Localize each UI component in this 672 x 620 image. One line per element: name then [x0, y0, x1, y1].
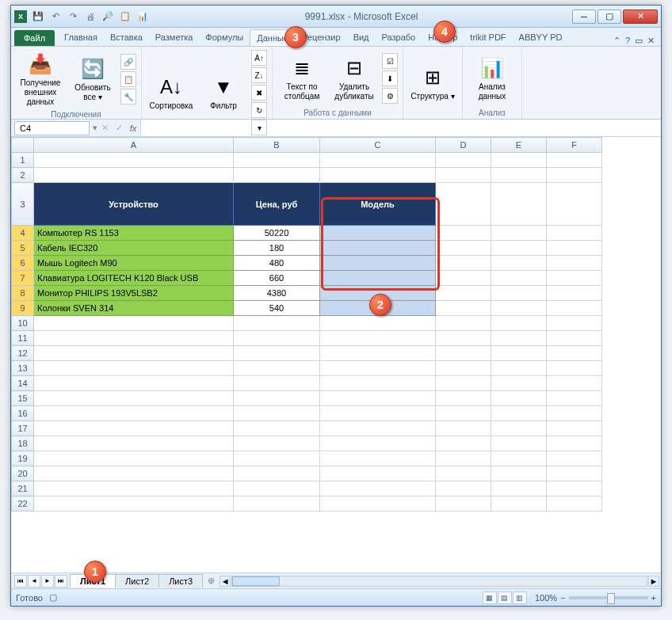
cell-F3[interactable] — [547, 183, 602, 226]
cell-D8[interactable] — [436, 286, 491, 301]
cell-C19[interactable] — [320, 451, 436, 466]
cell-A16[interactable] — [34, 406, 234, 421]
zoom-in-icon[interactable]: + — [651, 593, 656, 603]
cell-E20[interactable] — [491, 466, 547, 481]
row-header-6[interactable]: 6 — [12, 256, 34, 271]
row-header-21[interactable]: 21 — [12, 481, 34, 496]
row-header-17[interactable]: 17 — [12, 421, 34, 436]
ribbon-small-btn[interactable]: ⚙ — [382, 88, 398, 104]
page-layout-view-icon[interactable]: ▤ — [498, 591, 512, 604]
cell-E21[interactable] — [491, 481, 547, 496]
cell-A3[interactable]: Устройство — [34, 183, 234, 226]
cell-A12[interactable] — [34, 346, 234, 361]
cell-C15[interactable] — [320, 391, 436, 406]
ribbon-small-btn[interactable]: ▾ — [251, 120, 267, 135]
cell-E9[interactable] — [491, 301, 547, 316]
cell-C22[interactable] — [320, 496, 436, 512]
cell-E16[interactable] — [491, 406, 547, 421]
cell-B6[interactable]: 480 — [234, 256, 320, 271]
ribbon-Фильтр[interactable]: ▼Фильтр — [199, 73, 248, 112]
ribbon-tab-trikit PDF[interactable]: trikit PDF — [464, 29, 512, 46]
scroll-right-icon[interactable]: ► — [648, 576, 659, 587]
cell-A4[interactable]: Компьютер RS 1153 — [34, 226, 234, 241]
cell-A15[interactable] — [34, 391, 234, 406]
cell-F13[interactable] — [547, 361, 602, 376]
cell-B2[interactable] — [234, 168, 320, 183]
cell-F7[interactable] — [547, 271, 602, 286]
cell-D1[interactable] — [436, 153, 491, 168]
qat-btn-3[interactable]: 🖨 — [82, 9, 98, 25]
cell-C11[interactable] — [320, 331, 436, 346]
cell-B18[interactable] — [234, 436, 320, 451]
cell-F2[interactable] — [547, 168, 602, 183]
ribbon-small-btn[interactable]: ✖ — [251, 85, 267, 101]
ribbon-tab-Разрабо[interactable]: Разрабо — [376, 29, 422, 46]
cell-B19[interactable] — [234, 451, 320, 466]
cell-D17[interactable] — [436, 421, 491, 436]
cell-C17[interactable] — [320, 421, 436, 436]
cell-E19[interactable] — [491, 451, 547, 466]
cell-F19[interactable] — [547, 451, 602, 466]
tab-first-icon[interactable]: ⏮ — [14, 575, 27, 588]
ribbon-small-btn[interactable]: ↻ — [251, 102, 267, 118]
cell-C14[interactable] — [320, 376, 436, 391]
cell-E17[interactable] — [491, 421, 547, 436]
tab-last-icon[interactable]: ⏭ — [55, 575, 67, 588]
cell-A21[interactable] — [34, 481, 234, 496]
cell-C1[interactable] — [320, 153, 436, 168]
cell-F11[interactable] — [547, 331, 602, 346]
zoom-out-icon[interactable]: − — [560, 593, 565, 603]
cell-A2[interactable] — [34, 168, 234, 183]
cell-A6[interactable]: Мышь Logitech M90 — [34, 256, 234, 271]
row-header-20[interactable]: 20 — [12, 466, 34, 481]
zoom-level[interactable]: 100% — [535, 593, 557, 603]
cell-F17[interactable] — [547, 421, 602, 436]
row-header-16[interactable]: 16 — [12, 406, 34, 421]
cell-B12[interactable] — [234, 346, 320, 361]
col-header-F[interactable]: F — [547, 138, 602, 153]
col-header-A[interactable]: A — [34, 138, 234, 153]
close-workbook-icon[interactable]: ✕ — [647, 36, 655, 46]
cell-E14[interactable] — [491, 376, 547, 391]
cell-C18[interactable] — [320, 436, 436, 451]
cell-B20[interactable] — [234, 466, 320, 481]
row-header-15[interactable]: 15 — [12, 391, 34, 406]
maximize-button[interactable]: ▢ — [598, 10, 621, 24]
cell-B15[interactable] — [234, 391, 320, 406]
cell-A14[interactable] — [34, 376, 234, 391]
cell-C21[interactable] — [320, 481, 436, 496]
row-header-11[interactable]: 11 — [12, 331, 34, 346]
zoom-slider[interactable] — [569, 596, 648, 599]
col-header-B[interactable]: B — [234, 138, 320, 153]
cell-A7[interactable]: Клавиатура LOGITECH K120 Black USB — [34, 271, 234, 286]
cell-F4[interactable] — [547, 226, 602, 241]
row-header-7[interactable]: 7 — [12, 271, 34, 286]
cell-F5[interactable] — [547, 241, 602, 256]
cell-D16[interactable] — [436, 406, 491, 421]
row-header-19[interactable]: 19 — [12, 451, 34, 466]
qat-btn-4[interactable]: 🔎 — [100, 9, 116, 25]
ribbon-tab-Разметка[interactable]: Разметка — [149, 29, 200, 46]
close-button[interactable]: ✕ — [623, 10, 658, 24]
new-sheet-icon[interactable]: ⊕ — [203, 576, 220, 586]
qat-btn-5[interactable]: 📋 — [117, 9, 133, 25]
cell-C2[interactable] — [320, 168, 436, 183]
cell-E2[interactable] — [491, 168, 547, 183]
cell-C6[interactable] — [320, 256, 436, 271]
restore-window-icon[interactable]: ▭ — [635, 36, 643, 46]
cell-A17[interactable] — [34, 421, 234, 436]
minimize-ribbon-icon[interactable]: ⌃ — [613, 36, 620, 46]
cell-B7[interactable]: 660 — [234, 271, 320, 286]
cell-E22[interactable] — [491, 496, 547, 512]
ribbon-Структура-▾[interactable]: ⊞Структура ▾ — [408, 63, 457, 103]
cell-B9[interactable]: 540 — [234, 301, 320, 316]
cell-B11[interactable] — [234, 331, 320, 346]
cell-F16[interactable] — [547, 406, 602, 421]
cell-D21[interactable] — [436, 481, 491, 496]
cell-E7[interactable] — [491, 271, 547, 286]
qat-btn-2[interactable]: ↷ — [65, 9, 81, 25]
qat-btn-0[interactable]: 💾 — [30, 9, 46, 25]
cell-F18[interactable] — [547, 436, 602, 451]
cell-D15[interactable] — [436, 391, 491, 406]
cell-D5[interactable] — [436, 241, 491, 256]
